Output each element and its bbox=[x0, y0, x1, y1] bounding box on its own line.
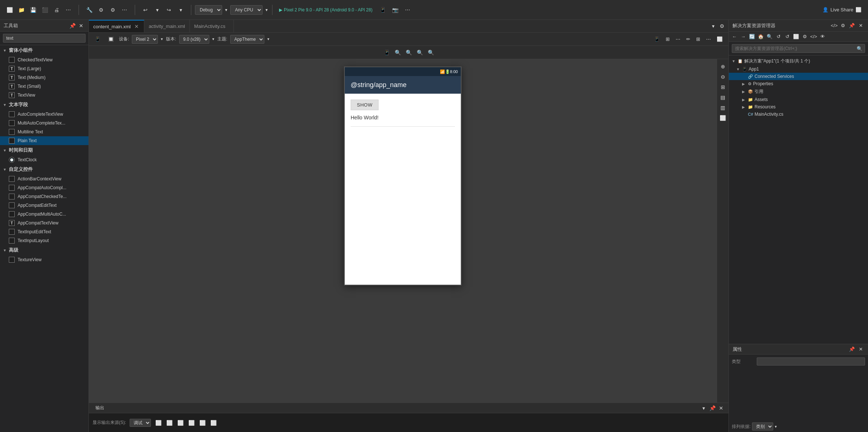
item-appcompattextview[interactable]: T AppCompatTextView bbox=[0, 219, 88, 227]
section-custom[interactable]: ▼ 自定义控件 bbox=[0, 164, 88, 174]
item-text-medium[interactable]: T Text (Medium) bbox=[0, 73, 88, 82]
sol-code-btn[interactable]: </> bbox=[831, 22, 838, 29]
tree-app1[interactable]: ▼ 📱 App1 bbox=[729, 65, 868, 73]
phone-portrait-btn[interactable]: 📱 bbox=[652, 36, 662, 43]
output-action3[interactable]: ⬜ bbox=[177, 419, 184, 426]
item-textclock[interactable]: 🕐 TextClock bbox=[0, 155, 88, 164]
output-action2[interactable]: ⬜ bbox=[166, 419, 173, 426]
props-pin-btn[interactable]: 📌 bbox=[848, 346, 856, 353]
build-btn[interactable]: 🔧 bbox=[84, 5, 94, 15]
item-multiline[interactable]: Multiline Text bbox=[0, 127, 88, 136]
tab-settings-btn[interactable]: ⚙ bbox=[718, 22, 726, 30]
sol-tool-filter[interactable]: 🔍 bbox=[766, 33, 774, 41]
zoom-fit-btn[interactable]: ⊞ bbox=[663, 36, 672, 43]
output-source-select[interactable]: 调试 bbox=[130, 419, 151, 427]
version-select[interactable]: 9.0 (v28) bbox=[179, 35, 209, 44]
section-widgets[interactable]: ▼ 窗体小组件 bbox=[0, 45, 88, 55]
zoom-fit-top-btn[interactable]: 🔍 bbox=[415, 48, 424, 57]
item-actionbarctx[interactable]: ActionBarContextView bbox=[0, 174, 88, 183]
print-btn[interactable]: 🖨 bbox=[51, 5, 62, 15]
landscape-view-btn[interactable]: 🔲 bbox=[106, 36, 116, 43]
item-textview[interactable]: T TextView bbox=[0, 91, 88, 100]
grid-btn[interactable]: ⊞ bbox=[694, 36, 702, 43]
section-datetime[interactable]: ▼ 时间和日期 bbox=[0, 145, 88, 155]
props-type-input[interactable] bbox=[757, 357, 865, 366]
item-text-large[interactable]: T Text (Large) bbox=[0, 64, 88, 73]
sol-tool-code[interactable]: </> bbox=[810, 33, 818, 41]
toolbox-search-input[interactable] bbox=[3, 34, 86, 43]
item-checkedtextview[interactable]: CheckedTextView bbox=[0, 55, 88, 64]
tab-mainactivity-cs[interactable]: MainActivity.cs bbox=[190, 20, 234, 32]
output-action1[interactable]: ⬜ bbox=[155, 419, 162, 426]
extra-btn[interactable]: ⋯ bbox=[402, 5, 413, 15]
save-btn[interactable]: 💾 bbox=[28, 5, 38, 15]
canvas-zoom-out[interactable]: ⊖ bbox=[719, 72, 727, 81]
sol-tool-forward[interactable]: → bbox=[739, 33, 747, 41]
zoom-out-top-btn[interactable]: 🔍 bbox=[404, 48, 413, 57]
item-text-small[interactable]: T Text (Small) bbox=[0, 82, 88, 91]
rebuild-btn[interactable]: ⚙ bbox=[96, 5, 106, 15]
item-appcompatedittext[interactable]: AppCompatEditText bbox=[0, 201, 88, 210]
theme-select[interactable]: AppTheme bbox=[230, 35, 264, 44]
sol-tool-refresh[interactable]: ↺ bbox=[774, 33, 782, 41]
more1-btn[interactable]: ⋯ bbox=[63, 5, 73, 15]
props-close-btn[interactable]: ✕ bbox=[857, 346, 864, 353]
tab-dropdown-btn[interactable]: ▾ bbox=[709, 22, 717, 30]
more2-options-btn[interactable]: ⋯ bbox=[704, 36, 713, 43]
phone-view-btn[interactable]: 📱 bbox=[93, 36, 103, 43]
liveshare-btn[interactable]: 👤 Live Share ⬜ bbox=[819, 6, 865, 14]
solution-search-input[interactable] bbox=[732, 44, 854, 53]
item-multiauto[interactable]: MultiAutoCompleteTex... bbox=[0, 119, 88, 127]
canvas-zoom-in[interactable]: ⊕ bbox=[719, 62, 727, 71]
phone-show-button[interactable]: SHOW bbox=[351, 100, 379, 110]
device-picker-btn[interactable]: 📱 bbox=[377, 5, 388, 15]
output-tab[interactable]: 输出 bbox=[93, 404, 107, 412]
canvas-expand-r[interactable]: ⬜ bbox=[719, 114, 727, 122]
item-appcompatautocmpl[interactable]: AppCompatAutoCompl... bbox=[0, 183, 88, 192]
cpu-select[interactable]: Any CPU bbox=[230, 5, 263, 15]
section-advanced[interactable]: ▼ 高级 bbox=[0, 245, 88, 255]
run-btn[interactable]: ▶ Pixel 2 Pie 9.0 - API 28 (Android 9.0 … bbox=[276, 6, 375, 14]
pencil-btn[interactable]: ✏ bbox=[684, 36, 692, 43]
item-autocompletetextview[interactable]: AutoCompleteTextView bbox=[0, 110, 88, 119]
redo-dropdown[interactable]: ▾ bbox=[176, 5, 186, 15]
tree-mainactivity[interactable]: C# MainActivity.cs bbox=[729, 111, 868, 118]
sol-tool-settings2[interactable]: ⚙ bbox=[801, 33, 809, 41]
output-action5[interactable]: ⬜ bbox=[199, 419, 206, 426]
tree-assets[interactable]: ▶ 📁 Assets bbox=[729, 96, 868, 103]
toolbox-close-btn[interactable]: ✕ bbox=[77, 22, 85, 29]
new-project-btn[interactable]: ⬜ bbox=[4, 5, 15, 15]
sol-close-btn[interactable]: ✕ bbox=[857, 22, 864, 29]
canvas-fit[interactable]: ⊞ bbox=[719, 83, 727, 91]
section-textfields[interactable]: ▼ 文本字段 bbox=[0, 100, 88, 110]
item-textureview[interactable]: TextureView bbox=[0, 255, 88, 264]
canvas-grid-r2[interactable]: ▥ bbox=[719, 103, 727, 112]
output-action6[interactable]: ⬜ bbox=[210, 419, 217, 426]
device-icon-btn[interactable]: 📱 bbox=[382, 48, 391, 57]
tree-connected-services[interactable]: 🔗 Connected Services bbox=[729, 73, 868, 80]
settings-btn[interactable]: ⚙ bbox=[108, 5, 118, 15]
tab-content-main-xml[interactable]: content_main.xml ✕ bbox=[89, 20, 144, 32]
zoom-minus-top-btn[interactable]: 🔍 bbox=[426, 48, 435, 57]
tree-references[interactable]: ▶ 📦 引用 bbox=[729, 87, 868, 96]
sol-tool-preview[interactable]: 👁 bbox=[818, 33, 827, 41]
undo-dropdown[interactable]: ▾ bbox=[152, 5, 162, 15]
zoom-in-top-btn[interactable]: 🔍 bbox=[393, 48, 402, 57]
tree-resources[interactable]: ▶ 📁 Resources bbox=[729, 103, 868, 111]
tab-activity-main-xml[interactable]: activity_main.xml bbox=[144, 20, 190, 32]
item-plaintext[interactable]: Plain Text bbox=[0, 136, 88, 145]
output-action4[interactable]: ⬜ bbox=[188, 419, 195, 426]
output-collapse-btn[interactable]: ▾ bbox=[700, 404, 707, 412]
item-appcompatchecked[interactable]: AppCompatCheckedTe... bbox=[0, 192, 88, 201]
item-textinputlayout[interactable]: TextInputLayout bbox=[0, 236, 88, 245]
tree-solution-root[interactable]: ▼ 📋 解决方案"App1"(1 个项目/共 1 个) bbox=[729, 57, 868, 65]
toolbox-pin-btn[interactable]: 📌 bbox=[69, 22, 76, 29]
tab-close-content-main[interactable]: ✕ bbox=[134, 24, 140, 29]
expand-btn[interactable]: ⬜ bbox=[715, 36, 725, 43]
sol-tool-refresh2[interactable]: ↺ bbox=[783, 33, 791, 41]
output-close-btn[interactable]: ✕ bbox=[717, 404, 725, 412]
canvas-grid-r1[interactable]: ▤ bbox=[719, 93, 727, 102]
sol-tool-sync[interactable]: 🔄 bbox=[748, 33, 756, 41]
sol-tool-back[interactable]: ← bbox=[730, 33, 738, 41]
more2-btn[interactable]: ⋯ bbox=[119, 5, 130, 15]
